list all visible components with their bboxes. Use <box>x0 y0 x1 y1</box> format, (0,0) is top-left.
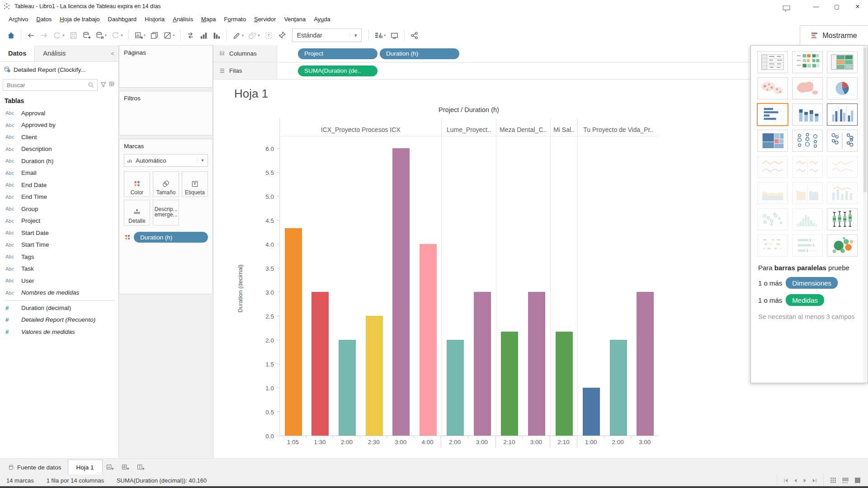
undo-button[interactable] <box>24 28 38 42</box>
menu-análisis[interactable]: Análisis <box>169 14 197 24</box>
fit-button[interactable]: ▾ <box>372 28 388 42</box>
showme-symbol-map[interactable] <box>757 77 788 99</box>
field-start-time[interactable]: AbcStart Time <box>0 239 118 251</box>
mark-type-dropdown[interactable]: Automático ▼ <box>124 154 208 167</box>
field-project[interactable]: AbcProject <box>0 215 118 227</box>
field-tags[interactable]: AbcTags <box>0 251 118 263</box>
showme-pie-chart[interactable] <box>827 77 858 99</box>
field-group[interactable]: AbcGroup <box>0 203 118 215</box>
field-valores-de-medidas[interactable]: #Valores de medidas <box>0 326 118 338</box>
bar-mark-meza-dental-300[interactable] <box>528 292 545 436</box>
field-end-time[interactable]: AbcEnd Time <box>0 191 118 203</box>
show-tabs-view-icon[interactable] <box>854 477 861 483</box>
showme-filled-map[interactable] <box>792 77 823 99</box>
column-header[interactable]: Meza Dental_C.. <box>496 118 551 136</box>
collapse-pane-button[interactable]: < <box>107 45 118 61</box>
showme-highlight-table[interactable] <box>792 51 823 73</box>
last-sheet-icon[interactable] <box>812 478 817 483</box>
new-story-button[interactable] <box>133 460 149 475</box>
menu-datos[interactable]: Datos <box>32 14 56 24</box>
filters-card[interactable]: Filtros <box>119 91 213 136</box>
showme-circle-views[interactable] <box>792 130 823 152</box>
menu-hoja-de-trabajo[interactable]: Hoja de trabajo <box>56 14 104 24</box>
showme-text-table[interactable] <box>757 51 788 73</box>
presentation-button[interactable] <box>388 28 401 42</box>
pause-updates-button[interactable]: ▾ <box>93 28 109 42</box>
bar-mark-lume-300[interactable] <box>474 292 491 436</box>
bar-mark-mi-sal--210[interactable] <box>556 332 573 436</box>
bar-mark-icx-200[interactable] <box>339 340 356 436</box>
showme-treemap[interactable] <box>757 130 788 152</box>
showme-side-by-side-circles[interactable] <box>827 130 858 152</box>
x-axis[interactable]: 1:051:302:002:303:004:002:003:002:103:00… <box>279 436 658 448</box>
field-user[interactable]: AbcUser <box>0 275 118 287</box>
field-duration-decimal-[interactable]: #Duration (decimal) <box>0 302 118 314</box>
menu-formato[interactable]: Formato <box>220 14 250 24</box>
show-mark-labels-button[interactable] <box>262 28 275 42</box>
field-email[interactable]: AbcEmail <box>0 167 118 179</box>
column-header[interactable]: Mi Sal.. <box>551 118 578 136</box>
columns-pill-project[interactable]: Project <box>298 48 377 59</box>
field-approved-by[interactable]: AbcApproved by <box>0 119 118 131</box>
swap-axes-button[interactable] <box>184 28 197 42</box>
search-input[interactable] <box>3 79 98 91</box>
bar-mark-icx-230[interactable] <box>366 316 383 436</box>
field-duration-h-[interactable]: AbcDuration (h) <box>0 155 118 167</box>
clear-sheet-button[interactable]: ▾ <box>161 28 177 42</box>
showme-heat-map[interactable] <box>827 51 858 73</box>
minimize-button[interactable]: — <box>806 0 826 13</box>
menu-servidor[interactable]: Servidor <box>250 14 280 24</box>
tooltip-marks-button[interactable]: Descrip...emerge... <box>153 200 179 225</box>
size-marks-button[interactable]: Tamaño <box>153 171 179 197</box>
field-task[interactable]: AbcTask <box>0 263 118 275</box>
bar-mark-icx-130[interactable] <box>311 292 329 436</box>
menu-ventana[interactable]: Ventana <box>280 14 310 24</box>
group-members-button[interactable]: ▾ <box>246 28 262 42</box>
bar-mark-tu-proyecto-de-vida-300[interactable] <box>637 292 654 436</box>
filmstrip-view-icon[interactable] <box>842 477 849 483</box>
marks-pill-duration[interactable]: Duration (h) <box>134 232 208 243</box>
sheet-tab-hoja1[interactable]: Hoja 1 <box>68 460 103 475</box>
sheet-sorter-view-icon[interactable] <box>830 477 836 483</box>
menu-mapa[interactable]: Mapa <box>197 14 220 24</box>
fix-axes-button[interactable] <box>275 28 288 42</box>
field-client[interactable]: AbcClient <box>0 131 118 143</box>
replay-button[interactable]: ▾ <box>51 28 67 42</box>
color-marks-button[interactable]: Color <box>124 171 150 197</box>
showme-side-by-side-bars[interactable] <box>827 103 858 126</box>
columns-pill-duration-h-[interactable]: Duration (h) <box>380 48 459 59</box>
bar-mark-icx-105[interactable] <box>285 228 302 436</box>
show-me-button[interactable]: Mostrarme <box>800 25 868 46</box>
bar-mark-tu-proyecto-de-vida-100[interactable] <box>583 388 600 436</box>
rows-pill-suma-duration-de-[interactable]: SUMA(Duration (de.. <box>298 66 377 76</box>
sort-ascending-button[interactable] <box>197 28 210 42</box>
prev-sheet-icon[interactable] <box>793 478 798 483</box>
pages-card[interactable]: Páginas <box>119 45 213 88</box>
y-axis[interactable]: 0.00.51.01.52.02.53.03.54.04.55.05.56.0 <box>244 136 279 436</box>
datasource-tab[interactable]: Fuente de datos <box>2 460 68 475</box>
new-worksheet-button[interactable] <box>103 460 118 475</box>
next-sheet-icon[interactable] <box>802 478 807 483</box>
new-datasource-button[interactable] <box>80 28 93 42</box>
column-header[interactable]: Lume_Proyect.. <box>442 118 496 136</box>
first-sheet-icon[interactable] <box>783 478 788 483</box>
new-worksheet-button[interactable]: ▾ <box>132 28 148 42</box>
menu-historia[interactable]: Historia <box>141 14 169 24</box>
field-detailed-report-recuento-[interactable]: #Detailed Report (Recuento) <box>0 314 118 326</box>
tab-analisis[interactable]: Análisis <box>34 45 107 61</box>
label-marks-button[interactable]: Etiqueta <box>182 171 208 197</box>
home-button[interactable] <box>5 28 18 42</box>
run-updates-button[interactable]: ▾ <box>109 28 125 42</box>
field-nombres-de-medidas[interactable]: AbcNombres de medidas <box>0 287 118 299</box>
showme-box-whisker[interactable] <box>827 208 858 230</box>
maximize-button[interactable]: ▢ <box>826 0 847 13</box>
menu-dashboard[interactable]: Dashboard <box>104 14 141 24</box>
redo-button[interactable] <box>38 28 51 42</box>
detail-marks-button[interactable]: Detalle <box>124 200 150 225</box>
field-start-date[interactable]: AbcStart Date <box>0 227 118 239</box>
menu-archivo[interactable]: Archivo <box>5 14 32 24</box>
bar-mark-lume-200[interactable] <box>447 340 464 436</box>
bar-mark-icx-400[interactable] <box>420 244 437 436</box>
close-button[interactable]: ✕ <box>847 0 868 13</box>
showme-stacked-bars[interactable] <box>792 103 823 126</box>
